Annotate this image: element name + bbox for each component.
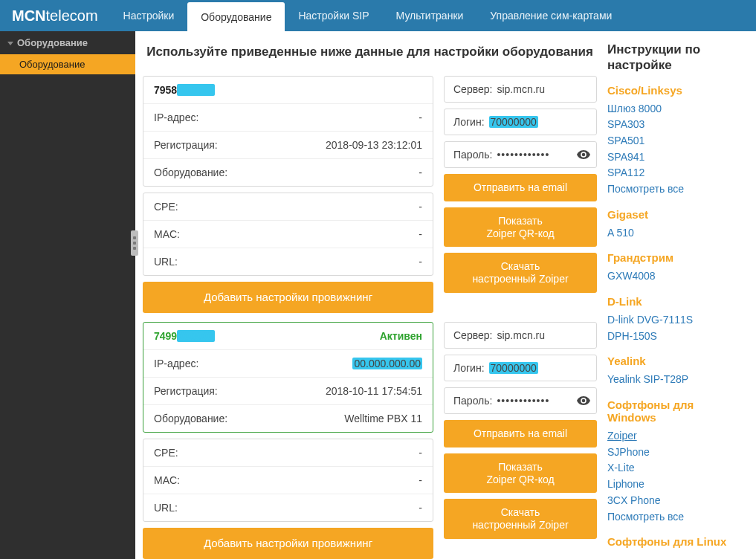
send-email-button[interactable]: Отправить на email — [444, 420, 597, 447]
label-mac: MAC: — [154, 474, 180, 486]
label-ip: IP-адрес: — [154, 358, 198, 369]
device-panel: 7499000000 Активен IP-адрес: 00.000.000.… — [143, 322, 433, 433]
show-qr-button[interactable]: Показать Zoiper QR-код — [444, 453, 597, 494]
eye-icon[interactable] — [577, 396, 590, 405]
instructions-heading: Yealink — [607, 355, 746, 367]
row-equipment: Оборудование: Welltime PBX 11 — [143, 404, 433, 432]
show-qr-button[interactable]: Показать Zoiper QR-код — [444, 207, 597, 248]
download-zoiper-button[interactable]: Скачать настроенный Zoiper — [444, 499, 597, 539]
instructions-link[interactable]: A 510 — [607, 225, 746, 242]
sidebar-group-equipment[interactable]: Оборудование — [0, 31, 135, 53]
value-reg: 2018-10-11 17:54:51 — [326, 385, 422, 397]
brand-logo: MCNtelecom — [0, 0, 110, 31]
row-url: URL: - — [143, 248, 433, 275]
server-field[interactable]: Сервер: sip.mcn.ru — [444, 76, 597, 103]
add-provisioning-button[interactable]: Добавить настройки провижнинг — [143, 282, 433, 313]
field-label-password: Пароль: — [453, 149, 492, 161]
main-column: Используйте приведенные ниже данные для … — [143, 40, 597, 559]
row-cpe: CPE: - — [143, 193, 433, 220]
instructions-link[interactable]: 3CX Phone — [607, 493, 746, 509]
value-cpe: - — [419, 201, 422, 213]
row-registration: Регистрация: 2018-09-13 23:12:01 — [143, 131, 433, 158]
server-field[interactable]: Сервер: sip.mcn.ru — [444, 322, 597, 349]
value-mac: - — [419, 474, 422, 486]
send-email-button[interactable]: Отправить на email — [444, 174, 597, 201]
topbar: MCNtelecom Настройки Оборудование Настро… — [0, 0, 756, 31]
device-block: 7958000000 IP-адрес: - Регистрация: 2018… — [143, 76, 597, 313]
download-zoiper-button[interactable]: Скачать настроенный Zoiper — [444, 253, 597, 293]
device-block: 7499000000 Активен IP-адрес: 00.000.000.… — [143, 322, 597, 559]
instructions-heading: Gigaset — [607, 208, 746, 221]
field-label-server: Сервер: — [453, 83, 492, 95]
instructions-link[interactable]: SJPhone — [607, 445, 746, 461]
label-url: URL: — [154, 256, 178, 268]
instructions-heading: Софтфоны для Windows — [607, 398, 746, 424]
login-field[interactable]: Логин: 70000000 — [444, 355, 597, 381]
instructions-link[interactable]: SPA112 — [607, 165, 746, 181]
field-value-server: sip.mcn.ru — [497, 83, 545, 95]
tab-settings[interactable]: Настройки — [110, 0, 188, 31]
label-cpe: CPE: — [154, 447, 178, 459]
instructions-link[interactable]: Liphone — [607, 476, 746, 493]
tab-sip[interactable]: Настройки SIP — [285, 0, 382, 31]
content: Используйте приведенные ниже данные для … — [135, 31, 756, 559]
instructions-link[interactable]: X-Lite — [607, 460, 746, 476]
instructions-heading: D-Link — [607, 295, 746, 308]
instructions-list: Yealink SIP-T28P — [607, 372, 746, 388]
value-equip: - — [419, 167, 422, 178]
provisioning-panel: CPE: - MAC: - URL: - — [143, 193, 433, 276]
add-provisioning-button[interactable]: Добавить настройки провижнинг — [143, 528, 433, 559]
row-mac: MAC: - — [143, 466, 433, 494]
instructions-link[interactable]: SPA941 — [607, 149, 746, 166]
instructions-heading: Cisco/Linksys — [607, 84, 746, 97]
login-field[interactable]: Логин: 70000000 — [444, 109, 597, 135]
label-equip: Оборудование: — [154, 413, 227, 424]
instructions-list: ZoiperSJPhoneX-LiteLiphone3CX PhoneПосмо… — [607, 428, 746, 525]
tab-sim[interactable]: Управление сим-картами — [476, 0, 625, 31]
tab-equipment[interactable]: Оборудование — [187, 2, 285, 31]
chevron-down-icon — [7, 42, 13, 45]
sidebar-group-label: Оборудование — [17, 37, 88, 48]
instructions-link[interactable]: SPA501 — [607, 133, 746, 149]
masked-text: 000000 — [177, 330, 215, 342]
sidebar-resize-handle[interactable] — [131, 230, 138, 256]
password-field[interactable]: Пароль: •••••••••••• — [444, 387, 597, 414]
label-ip: IP-адрес: — [154, 112, 198, 123]
sidebar-item-equipment[interactable]: Оборудование — [0, 54, 135, 74]
brand-bold: MCN — [12, 7, 46, 25]
instructions-list: Шлюз 8000SPA303SPA501SPA941SPA112Посмотр… — [607, 101, 746, 198]
field-label-login: Логин: — [453, 362, 485, 374]
provisioning-panel: CPE: - MAC: - URL: - — [143, 439, 433, 522]
instructions-list: A 510 — [607, 225, 746, 242]
label-cpe: CPE: — [154, 201, 178, 213]
field-label-login: Логин: — [453, 116, 485, 128]
top-tabs: Настройки Оборудование Настройки SIP Мул… — [110, 0, 626, 31]
instructions-link[interactable]: Yealink SIP-T28P — [607, 372, 746, 388]
instructions-heading: Грандстрим — [607, 251, 746, 264]
instructions-list: GXW4008 — [607, 268, 746, 285]
instructions-link[interactable]: Шлюз 8000 — [607, 101, 746, 117]
password-field[interactable]: Пароль: •••••••••••• — [444, 141, 597, 168]
label-url: URL: — [154, 502, 178, 514]
field-value-password: •••••••••••• — [497, 395, 549, 407]
instructions-link[interactable]: Посмотреть все — [607, 181, 746, 198]
masked-text: 000000 — [177, 84, 215, 96]
instructions-link[interactable]: Zoiper — [607, 428, 746, 445]
label-reg: Регистрация: — [154, 139, 218, 151]
instructions-link[interactable]: SPA303 — [607, 117, 746, 133]
value-reg: 2018-09-13 23:12:01 — [326, 139, 422, 151]
eye-icon[interactable] — [577, 150, 590, 159]
instructions-link[interactable]: Посмотреть все — [607, 509, 746, 526]
instructions-link[interactable]: DPH-150S — [607, 329, 746, 345]
instructions-title: Инструкции по настройке — [607, 42, 746, 74]
value-mac: - — [419, 228, 422, 240]
label-mac: MAC: — [154, 228, 180, 240]
instructions-link[interactable]: GXW4008 — [607, 268, 746, 285]
instructions-link[interactable]: D-link DVG-7111S — [607, 312, 746, 329]
device-number: 7958000000 — [154, 84, 215, 96]
field-value-password: •••••••••••• — [497, 149, 549, 161]
page-title: Используйте приведенные ниже данные для … — [143, 45, 597, 59]
field-value-login: 70000000 — [489, 362, 538, 374]
field-label-password: Пароль: — [453, 395, 492, 407]
tab-multitrunks[interactable]: Мультитранки — [383, 0, 477, 31]
